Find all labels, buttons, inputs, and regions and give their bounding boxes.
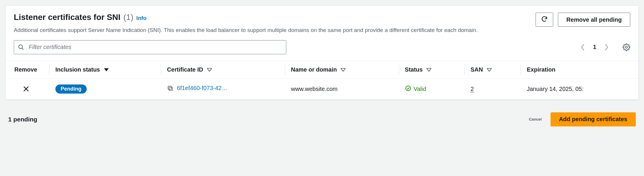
footer-actions: Cancel Add pending certificates <box>529 112 636 126</box>
col-name-or-domain[interactable]: Name or domain <box>285 61 399 78</box>
certificate-id-link[interactable]: 6f1ef460-f073-42… <box>177 85 227 92</box>
col-inclusion-status[interactable]: Inclusion status <box>50 61 161 78</box>
search-icon <box>18 44 24 50</box>
certificates-panel: Listener certificates for SNI (1) Info A… <box>5 5 639 100</box>
col-certificate-id[interactable]: Certificate ID <box>161 61 285 78</box>
svg-marker-5 <box>341 68 345 72</box>
cancel-button[interactable]: Cancel <box>529 117 542 121</box>
col-inclusion-status-label: Inclusion status <box>55 66 100 73</box>
info-link[interactable]: Info <box>136 15 146 21</box>
svg-marker-4 <box>207 68 212 72</box>
col-certificate-id-label: Certificate ID <box>167 66 203 73</box>
col-remove: Remove <box>6 61 50 78</box>
col-san[interactable]: SAN <box>465 61 521 78</box>
sort-desc-icon <box>104 68 109 72</box>
add-pending-certificates-button[interactable]: Add pending certificates <box>551 112 636 126</box>
refresh-button[interactable] <box>536 13 553 27</box>
title-row: Listener certificates for SNI (1) Info <box>14 13 530 22</box>
search-wrap <box>14 40 286 54</box>
page-number: 1 <box>593 44 596 50</box>
svg-marker-3 <box>104 68 109 72</box>
toolbar: 1 <box>6 34 638 61</box>
title-block: Listener certificates for SNI (1) Info A… <box>14 13 530 34</box>
footer-bar: 1 pending Cancel Add pending certificate… <box>0 105 644 133</box>
col-status-label: Status <box>405 66 423 73</box>
table-header-row: Remove Inclusion status Certificate ID N… <box>6 61 638 78</box>
pagination: 1 <box>580 43 630 51</box>
svg-point-12 <box>406 86 410 91</box>
col-expiration[interactable]: Expiration <box>521 61 638 78</box>
status-text: Valid <box>414 86 426 92</box>
filter-icon <box>487 68 492 72</box>
prev-page-button[interactable] <box>580 43 585 51</box>
remove-row-button[interactable] <box>22 84 30 93</box>
svg-line-1 <box>22 48 24 50</box>
pending-count: 1 pending <box>8 116 37 123</box>
item-count: (1) <box>123 13 133 22</box>
copy-icon[interactable] <box>167 85 173 92</box>
col-status[interactable]: Status <box>399 61 465 78</box>
status-badge: Pending <box>55 84 87 94</box>
domain-value: www.website.com <box>291 86 338 92</box>
san-count[interactable]: 2 <box>471 86 474 92</box>
table-row: Pending 6f1ef460-f073-42… www.website.co… <box>6 78 638 99</box>
filter-input[interactable] <box>14 40 286 54</box>
header-actions: Remove all pending <box>536 13 630 27</box>
col-expiration-label: Expiration <box>527 66 556 73</box>
filter-icon <box>427 68 431 72</box>
svg-marker-7 <box>487 68 492 72</box>
page-title: Listener certificates for SNI <box>14 13 120 22</box>
svg-marker-6 <box>427 68 431 72</box>
col-name-or-domain-label: Name or domain <box>291 66 337 73</box>
svg-rect-11 <box>168 86 171 89</box>
certificates-table: Remove Inclusion status Certificate ID N… <box>6 61 638 100</box>
expiration-value: January 14, 2025, 05: <box>527 86 583 92</box>
next-page-button[interactable] <box>604 43 609 51</box>
check-circle-icon <box>405 85 411 93</box>
svg-point-2 <box>626 46 628 48</box>
filter-icon <box>207 68 212 72</box>
settings-button[interactable] <box>623 43 630 51</box>
panel-header: Listener certificates for SNI (1) Info A… <box>6 6 638 34</box>
refresh-icon <box>541 16 548 24</box>
svg-point-0 <box>19 45 23 48</box>
col-san-label: SAN <box>471 66 483 73</box>
svg-rect-10 <box>169 87 172 90</box>
panel-description: Additional certificates support Server N… <box>14 26 530 34</box>
filter-icon <box>341 68 345 72</box>
col-remove-label: Remove <box>14 66 37 73</box>
remove-all-pending-button[interactable]: Remove all pending <box>558 13 630 27</box>
status-valid: Valid <box>405 85 426 93</box>
